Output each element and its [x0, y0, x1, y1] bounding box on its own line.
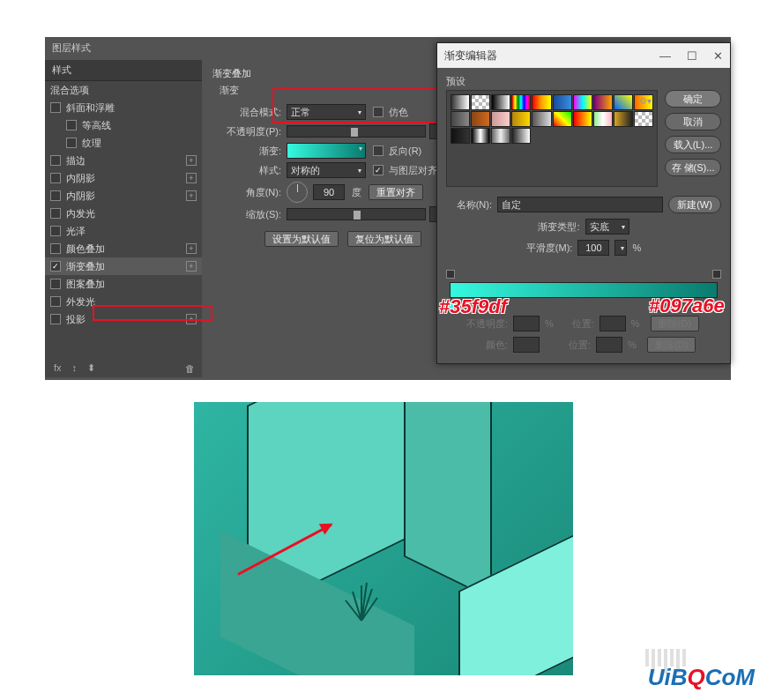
style-checkbox[interactable] [50, 314, 61, 324]
gradient-label: 渐变: [212, 145, 281, 158]
scale-label: 缩放(S): [212, 208, 281, 221]
preset-11[interactable] [471, 111, 490, 127]
style-checkbox[interactable] [50, 296, 61, 307]
fx-plus-icon[interactable]: + [186, 314, 197, 324]
style-checkbox[interactable] [50, 102, 61, 113]
preset-0[interactable] [451, 94, 470, 110]
style-item-5[interactable]: 内阴影+ [45, 187, 202, 205]
style-checkbox[interactable] [50, 226, 61, 236]
preset-18[interactable] [614, 111, 633, 127]
type-select[interactable]: 实底 [585, 219, 629, 235]
style-item-1[interactable]: 等高线 [45, 116, 202, 134]
style-checkbox[interactable] [50, 173, 61, 183]
preset-23[interactable] [511, 128, 531, 144]
fx-plus-icon[interactable]: + [186, 155, 197, 166]
preset-13[interactable] [511, 111, 531, 127]
preset-2[interactable] [491, 94, 510, 110]
preset-7[interactable] [593, 94, 613, 110]
style-checkbox[interactable] [50, 279, 61, 289]
style-label: 斜面和浮雕 [66, 101, 115, 115]
ok-button[interactable]: 确定 [665, 90, 721, 108]
make-default-button[interactable]: 设置为默认值 [264, 231, 339, 247]
preset-19[interactable] [634, 111, 653, 127]
style-checkbox[interactable] [50, 208, 61, 219]
reset-default-button[interactable]: 复位为默认值 [347, 231, 421, 247]
pos-label-2: 位置: [545, 339, 591, 352]
opacity-slider[interactable] [287, 125, 426, 138]
arrow-down-icon[interactable]: ⬍ [87, 362, 95, 374]
grass-icon [335, 578, 388, 622]
style-item-11[interactable]: 外发光 [45, 293, 202, 310]
preset-12[interactable] [491, 111, 510, 127]
blend-options-row[interactable]: 混合选项 [45, 81, 202, 99]
angle-dial[interactable] [287, 182, 308, 203]
preset-14[interactable] [532, 111, 551, 127]
opacity-stop-left[interactable] [446, 270, 455, 279]
preset-21[interactable] [471, 128, 490, 144]
dither-checkbox[interactable] [373, 107, 384, 117]
angle-value[interactable]: 90 [313, 184, 345, 200]
style-item-6[interactable]: 内发光 [45, 205, 202, 222]
smooth-value[interactable]: 100 [577, 240, 609, 256]
style-item-3[interactable]: 描边+ [45, 152, 202, 169]
style-label: 渐变叠加 [66, 260, 105, 273]
preset-4[interactable] [532, 94, 551, 110]
pos-input-2 [596, 337, 622, 353]
style-item-7[interactable]: 光泽 [45, 222, 202, 240]
style-checkbox[interactable] [50, 261, 61, 272]
reverse-checkbox[interactable] [373, 145, 384, 156]
preset-15[interactable] [553, 111, 572, 127]
style-checkbox[interactable] [66, 120, 77, 130]
style-checkbox[interactable] [50, 155, 61, 166]
presets-menu-icon[interactable]: ⚙▾ [639, 96, 652, 106]
trash-icon[interactable]: 🗑 [185, 363, 195, 374]
scale-slider[interactable] [287, 208, 426, 220]
blend-mode-label: 混合模式: [212, 106, 281, 119]
style-item-12[interactable]: 投影+ [45, 310, 202, 328]
style-checkbox[interactable] [50, 243, 61, 254]
preset-6[interactable] [573, 94, 592, 110]
fx-plus-icon[interactable]: + [186, 173, 197, 183]
style-item-4[interactable]: 内阴影+ [45, 169, 202, 187]
pos-input-1 [599, 316, 626, 331]
close-icon[interactable]: ✕ [713, 49, 723, 63]
preset-8[interactable] [614, 94, 633, 110]
smooth-dropdown[interactable] [614, 240, 627, 256]
preset-17[interactable] [593, 111, 613, 127]
style-item-2[interactable]: 纹理 [45, 134, 202, 152]
align-checkbox[interactable] [373, 165, 384, 175]
style-item-9[interactable]: 渐变叠加+ [45, 257, 202, 275]
style-item-10[interactable]: 图案叠加 [45, 275, 202, 293]
preset-20[interactable] [451, 128, 470, 144]
color-note-left: #35f9df [439, 295, 507, 318]
fx-plus-icon[interactable]: + [186, 243, 197, 254]
style-item-8[interactable]: 颜色叠加+ [45, 240, 202, 257]
arrow-up-icon[interactable]: ↕ [72, 362, 78, 374]
style-checkbox[interactable] [66, 138, 77, 148]
preset-22[interactable] [491, 128, 510, 144]
maximize-icon[interactable]: ☐ [687, 49, 697, 63]
preset-16[interactable] [573, 111, 592, 127]
preset-3[interactable] [511, 94, 531, 110]
save-button[interactable]: 存 储(S)... [665, 159, 721, 176]
minimize-icon[interactable]: — [659, 49, 671, 63]
fx-plus-icon[interactable]: + [186, 190, 197, 201]
new-button[interactable]: 新建(W) [668, 196, 721, 213]
gradient-editor-titlebar[interactable]: 渐变编辑器 — ☐ ✕ [437, 43, 730, 68]
preset-10[interactable] [451, 111, 470, 127]
gradient-preview[interactable] [287, 143, 366, 159]
style-item-0[interactable]: 斜面和浮雕 [45, 99, 202, 116]
preset-1[interactable] [471, 94, 490, 110]
name-input[interactable] [497, 197, 663, 212]
cancel-button[interactable]: 取消 [665, 113, 721, 130]
load-button[interactable]: 载入(L)... [665, 136, 721, 153]
blend-mode-select[interactable]: 正常 [287, 104, 366, 120]
fx-plus-icon[interactable]: + [186, 261, 197, 272]
style-checkbox[interactable] [50, 190, 61, 201]
reset-align-button[interactable]: 重置对齐 [369, 184, 423, 200]
opacity-stop-right[interactable] [712, 270, 721, 279]
preset-5[interactable] [553, 94, 572, 110]
fx-add-icon[interactable]: fx [54, 362, 62, 374]
style-select[interactable]: 对称的 [287, 162, 366, 178]
style-label: 纹理 [82, 137, 101, 150]
